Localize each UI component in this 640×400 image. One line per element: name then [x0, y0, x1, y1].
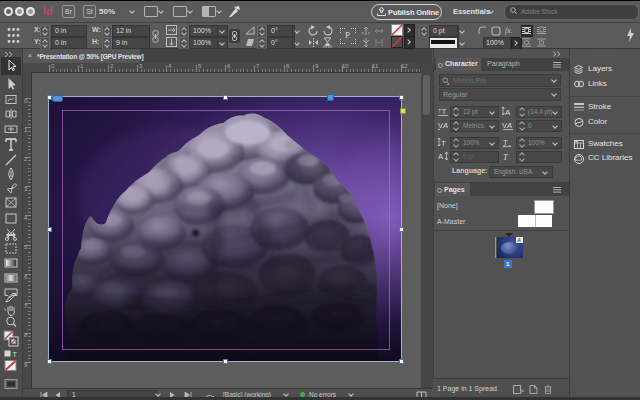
svg-text:T: T [503, 152, 509, 162]
svg-text:A: A [438, 152, 443, 161]
svg-text:A: A [506, 121, 512, 130]
svg-text:T: T [13, 351, 18, 358]
svg-text:T: T [442, 107, 447, 116]
svg-text:A: A [442, 121, 448, 130]
svg-text:A: A [505, 108, 511, 116]
svg-text:T: T [441, 139, 446, 147]
